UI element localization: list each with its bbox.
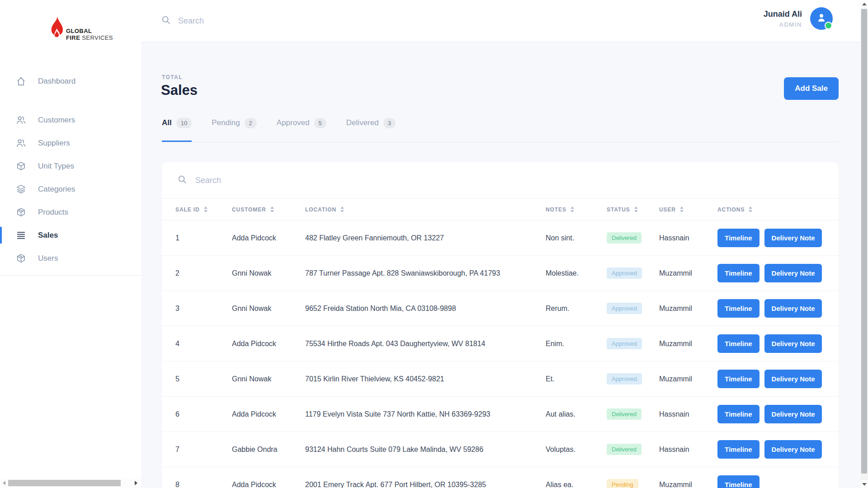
horizontal-scrollbar-thumb[interactable] [8, 480, 121, 486]
timeline-button[interactable]: Timeline [717, 370, 760, 388]
sidebar-item-label: Categories [38, 185, 75, 194]
avatar[interactable] [810, 7, 833, 30]
sort-icon[interactable] [204, 206, 208, 212]
sort-icon[interactable] [680, 206, 684, 212]
sidebar-nav: DashboardCustomersSuppliersUnit TypesCat… [0, 71, 141, 276]
brand-name: GLOBAL FIRE SERVICES [66, 28, 113, 42]
sidebar-item-suppliers[interactable]: Suppliers [0, 131, 141, 155]
tab-label: All [162, 118, 172, 127]
cell-actions: TimelineDelivery Note [717, 299, 839, 318]
page-title: Sales [161, 82, 198, 99]
timeline-button[interactable]: Timeline [717, 229, 760, 247]
delivery-note-button[interactable]: Delivery Note [764, 264, 822, 282]
cell-user: Hassnain [659, 446, 717, 454]
sidebar-item-dashboard[interactable]: Dashboard [0, 71, 141, 91]
timeline-button[interactable]: Timeline [717, 264, 760, 282]
tab-all[interactable]: All10 [162, 114, 192, 132]
table-row: 3Gnni Nowak9652 Freida Station North Mia… [162, 291, 839, 326]
sidebar-item-label: Suppliers [38, 139, 70, 148]
up-arrow-icon [862, 3, 867, 5]
search-icon [161, 15, 171, 27]
cell-sale-id: 4 [175, 340, 232, 348]
cell-notes: Aut alias. [546, 410, 607, 418]
cell-location: 482 Flatley Green Fanniemouth, OR 13227 [305, 234, 546, 242]
column-header-location[interactable]: LOCATION [305, 206, 546, 213]
column-label: USER [659, 206, 676, 213]
cell-user: Hassnain [659, 234, 717, 242]
delivery-note-button[interactable]: Delivery Note [764, 334, 822, 353]
cell-actions: TimelineDelivery Note [717, 440, 839, 459]
global-search [161, 0, 369, 42]
sidebar-item-label: Products [38, 208, 68, 217]
sales-table-card: SALE IDCUSTOMERLOCATIONNOTESSTATUSUSERAC… [162, 162, 839, 488]
vertical-scrollbar-thumb[interactable] [861, 9, 867, 474]
timeline-button[interactable]: Timeline [717, 475, 760, 488]
brand-logo: GLOBAL FIRE SERVICES [47, 16, 113, 42]
cell-user: Muzammil [659, 340, 717, 348]
home-icon [15, 76, 26, 87]
cell-sale-id: 7 [175, 446, 232, 454]
sort-icon[interactable] [634, 206, 638, 212]
cell-notes: Rerum. [546, 305, 607, 313]
user-name: Junaid Ali [764, 9, 802, 19]
sidebar-item-unit-types[interactable]: Unit Types [0, 155, 141, 178]
delivery-note-button[interactable]: Delivery Note [764, 299, 822, 318]
sort-icon[interactable] [340, 206, 344, 212]
column-label: LOCATION [305, 206, 336, 213]
table-row: 5Gnni Nowak7015 Kirlin River Thielview, … [162, 361, 839, 397]
user-block[interactable]: Junaid Ali ADMIN [764, 7, 833, 30]
column-header-notes[interactable]: NOTES [546, 206, 607, 213]
sidebar-item-customers[interactable]: Customers [0, 108, 141, 131]
timeline-button[interactable]: Timeline [717, 405, 760, 423]
column-header-status[interactable]: STATUS [607, 206, 659, 213]
brand-line2-light: SERVICES [82, 34, 113, 41]
cell-actions: TimelineDelivery Note [717, 229, 839, 247]
cell-location: 1179 Evelyn Vista Suite 737 North Kattie… [305, 410, 546, 418]
cell-location: 75534 Hirthe Roads Apt. 043 Daughertyvie… [305, 340, 546, 348]
vertical-scrollbar[interactable] [860, 0, 868, 488]
cell-notes: Non sint. [546, 234, 607, 242]
sidebar-item-products[interactable]: Products [0, 201, 141, 224]
sidebar-item-categories[interactable]: Categories [0, 178, 141, 201]
sidebar-item-sales[interactable]: Sales [0, 224, 141, 247]
horizontal-scrollbar[interactable] [0, 478, 141, 488]
cell-customer: Adda Pidcock [232, 340, 305, 348]
global-search-input[interactable] [177, 16, 369, 26]
table-row: 4Adda Pidcock75534 Hirthe Roads Apt. 043… [162, 326, 839, 361]
sort-icon[interactable] [270, 206, 274, 212]
table-search [162, 162, 839, 198]
scroll-down-button[interactable] [860, 480, 868, 488]
table-row: 1Adda Pidcock482 Flatley Green Fanniemou… [162, 221, 839, 256]
delivery-note-button[interactable]: Delivery Note [764, 405, 822, 423]
delivery-note-button[interactable]: Delivery Note [764, 229, 822, 247]
sort-icon[interactable] [749, 206, 752, 212]
sidebar-item-users[interactable]: Users [0, 247, 141, 270]
tab-pending[interactable]: Pending2 [212, 114, 257, 132]
package-icon [15, 207, 26, 218]
sidebar-item-label: Dashboard [38, 77, 75, 86]
tab-delivered[interactable]: Delivered3 [346, 114, 396, 132]
column-header-actions[interactable]: ACTIONS [717, 206, 839, 213]
scroll-right-button[interactable] [132, 478, 140, 488]
table-row: 2Gnni Nowak787 Turner Passage Apt. 828 S… [162, 256, 839, 291]
sidebar-item-label: Sales [38, 231, 58, 240]
cell-sale-id: 1 [175, 234, 232, 242]
down-arrow-icon [862, 483, 867, 486]
timeline-button[interactable]: Timeline [717, 334, 760, 353]
scroll-left-button[interactable] [0, 478, 8, 488]
cell-actions: TimelineDelivery Note [717, 370, 839, 388]
column-header-user[interactable]: USER [659, 206, 717, 213]
timeline-button[interactable]: Timeline [717, 299, 760, 318]
delivery-note-button[interactable]: Delivery Note [764, 440, 822, 459]
column-header-customer[interactable]: CUSTOMER [232, 206, 305, 213]
cell-location: 7015 Kirlin River Thielview, KS 40452-98… [305, 375, 546, 383]
scroll-up-button[interactable] [860, 0, 868, 8]
sort-icon[interactable] [571, 206, 574, 212]
add-sale-button[interactable]: Add Sale [784, 77, 839, 100]
timeline-button[interactable]: Timeline [717, 440, 760, 459]
tab-approved[interactable]: Approved5 [277, 114, 326, 132]
column-header-sale-id[interactable]: SALE ID [175, 206, 232, 213]
delivery-note-button[interactable]: Delivery Note [764, 370, 822, 388]
table-row: 6Adda Pidcock1179 Evelyn Vista Suite 737… [162, 397, 839, 432]
table-search-input[interactable] [194, 175, 467, 186]
